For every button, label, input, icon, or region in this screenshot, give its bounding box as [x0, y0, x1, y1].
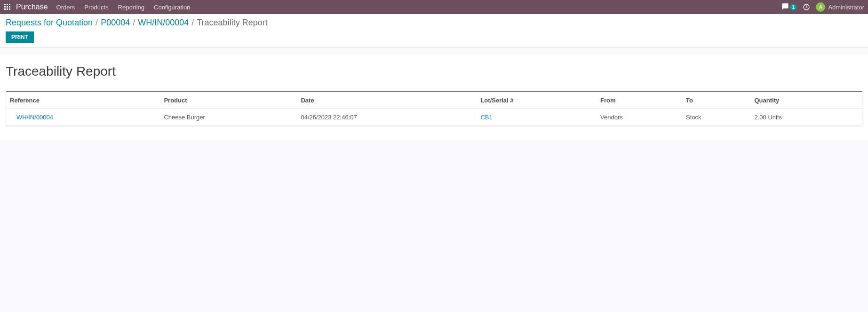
cell-product: Cheese Burger [160, 109, 297, 126]
messages-button[interactable]: 1 [781, 3, 797, 12]
svg-rect-5 [9, 6, 10, 8]
print-button[interactable]: Print [6, 31, 34, 43]
lot-link[interactable]: CB1 [480, 114, 492, 121]
table-header-row: Reference Product Date Lot/Serial # From… [6, 92, 862, 109]
cell-to: Stock [682, 109, 751, 126]
svg-rect-4 [7, 6, 8, 8]
cell-lot: CB1 [477, 109, 597, 126]
breadcrumb-sep: / [133, 18, 135, 28]
content: Traceability Report Reference Product Da… [0, 55, 868, 140]
svg-rect-3 [4, 6, 6, 8]
nav-configuration[interactable]: Configuration [154, 4, 190, 11]
reference-link[interactable]: WH/IN/00004 [16, 114, 53, 121]
page-title: Traceability Report [6, 64, 862, 79]
col-quantity: Quantity [750, 92, 862, 109]
col-reference: Reference [6, 92, 160, 109]
col-lot: Lot/Serial # [477, 92, 597, 109]
cell-from: Vendors [597, 109, 682, 126]
svg-rect-8 [9, 8, 10, 10]
cell-reference: WH/IN/00004 [6, 109, 160, 126]
control-bar: Requests for Quotation / P00004 / WH/IN/… [0, 14, 868, 48]
breadcrumb-rfq[interactable]: Requests for Quotation [6, 18, 93, 28]
messages-badge: 1 [790, 4, 797, 10]
user-menu[interactable]: A Administrator [816, 2, 864, 12]
topbar: Purchase Orders Products Reporting Confi… [0, 0, 868, 14]
avatar: A [816, 2, 825, 12]
svg-rect-2 [9, 4, 10, 5]
col-date: Date [297, 92, 477, 109]
svg-rect-7 [7, 8, 8, 10]
report-table-wrap: Reference Product Date Lot/Serial # From… [6, 91, 862, 126]
chat-icon [781, 3, 789, 12]
breadcrumb-sep: / [96, 18, 98, 28]
nav-products[interactable]: Products [84, 4, 108, 11]
activity-button[interactable] [803, 3, 810, 11]
apps-icon[interactable] [4, 3, 11, 11]
nav-orders[interactable]: Orders [56, 4, 75, 11]
app-name[interactable]: Purchase [16, 3, 48, 11]
col-to: To [682, 92, 751, 109]
breadcrumb: Requests for Quotation / P00004 / WH/IN/… [6, 18, 862, 28]
breadcrumb-po[interactable]: P00004 [101, 18, 130, 28]
svg-rect-1 [7, 4, 8, 5]
breadcrumb-transfer[interactable]: WH/IN/00004 [138, 18, 189, 28]
table-row: WH/IN/00004 Cheese Burger 04/26/2023 22:… [6, 109, 862, 126]
cell-date: 04/26/2023 22:46:07 [297, 109, 477, 126]
topbar-left: Purchase Orders Products Reporting Confi… [4, 3, 199, 11]
report-table: Reference Product Date Lot/Serial # From… [6, 91, 862, 126]
nav-reporting[interactable]: Reporting [118, 4, 144, 11]
col-product: Product [160, 92, 297, 109]
col-from: From [597, 92, 682, 109]
breadcrumb-sep: / [191, 18, 194, 28]
cell-quantity: 2.00 Units [750, 109, 862, 126]
user-name: Administrator [828, 4, 864, 11]
svg-rect-6 [4, 8, 6, 10]
svg-rect-0 [4, 4, 6, 5]
breadcrumb-current: Traceability Report [197, 18, 267, 28]
topbar-right: 1 A Administrator [781, 2, 864, 12]
